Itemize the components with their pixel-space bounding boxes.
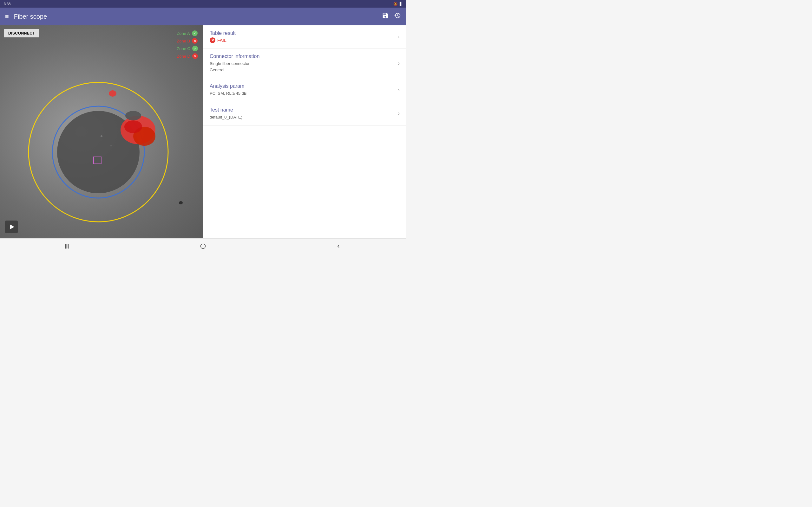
test-name-subtitle: default_0_(DATE) (210, 114, 398, 120)
fiber-visualization (0, 25, 203, 238)
analysis-param-content: Analysis param PC, SM, RL ≥ 45 dB (210, 83, 398, 97)
app-bar: ≡ Fiber scope (0, 8, 406, 25)
table-result-item[interactable]: Table result ✕ FAIL › (203, 25, 406, 49)
analysis-param-item[interactable]: Analysis param PC, SM, RL ≥ 45 dB › (203, 78, 406, 102)
test-name-content: Test name default_0_(DATE) (210, 107, 398, 120)
svg-point-4 (109, 90, 116, 97)
svg-rect-12 (65, 244, 66, 248)
table-result-chevron: › (398, 34, 400, 40)
fail-label: FAIL (217, 38, 226, 43)
test-name-chevron: › (398, 111, 400, 116)
zone-c-indicator: Zone C ✓ (177, 46, 198, 51)
svg-rect-14 (68, 244, 69, 248)
menu-icon[interactable]: ≡ (5, 13, 9, 20)
camera-view: DISCONNECT Zone A ✓ Zone B ✕ Zone C ✓ Zo… (0, 25, 203, 238)
app-bar-actions (382, 12, 401, 21)
play-button[interactable] (5, 221, 18, 233)
right-panel: Table result ✕ FAIL › Connector informat… (203, 25, 406, 238)
zone-b-fail-icon: ✕ (192, 38, 198, 44)
fail-badge: ✕ FAIL (210, 38, 398, 43)
svg-rect-13 (67, 244, 67, 248)
connector-info-subtitle2: General (210, 67, 398, 73)
notification-muted-icon: 🔕 (393, 2, 398, 6)
bottom-navigation (0, 238, 406, 253)
svg-point-9 (179, 201, 183, 205)
zone-c-label: Zone C (177, 46, 190, 51)
app-title: Fiber scope (14, 13, 382, 20)
fail-icon: ✕ (210, 38, 215, 43)
connector-info-chevron: › (398, 60, 400, 66)
svg-point-7 (124, 120, 142, 133)
table-result-content: Table result ✕ FAIL (210, 31, 398, 43)
table-result-title: Table result (210, 31, 398, 36)
disconnect-button[interactable]: DISCONNECT (4, 29, 39, 38)
status-bar: 3:38 🔕 ▋ (0, 0, 406, 8)
svg-point-15 (200, 244, 205, 248)
history-icon[interactable] (394, 12, 401, 21)
analysis-param-title: Analysis param (210, 83, 398, 89)
recents-nav-icon[interactable] (58, 240, 77, 252)
test-name-item[interactable]: Test name default_0_(DATE) › (203, 102, 406, 126)
zone-indicators: Zone A ✓ Zone B ✕ Zone C ✓ Zone D ✕ (177, 31, 198, 59)
zone-a-pass-icon: ✓ (192, 31, 198, 36)
analysis-param-chevron: › (398, 87, 400, 93)
analysis-param-subtitle: PC, SM, RL ≥ 45 dB (210, 90, 398, 97)
zone-b-indicator: Zone B ✕ (177, 38, 198, 44)
main-content: DISCONNECT Zone A ✓ Zone B ✕ Zone C ✓ Zo… (0, 25, 406, 238)
zone-d-indicator: Zone D ✕ (177, 53, 198, 59)
zone-d-label: Zone D (177, 54, 190, 59)
connector-info-content: Connector information Single fiber conne… (210, 54, 398, 73)
connector-info-title: Connector information (210, 54, 398, 59)
zone-a-label: Zone A (177, 31, 190, 36)
status-time: 3:38 (4, 2, 10, 6)
home-nav-icon[interactable] (194, 240, 212, 252)
svg-point-11 (110, 145, 112, 147)
status-icons: 🔕 ▋ (393, 2, 402, 6)
save-icon[interactable] (382, 12, 389, 21)
back-nav-icon[interactable] (329, 240, 348, 252)
battery-icon: ▋ (400, 2, 402, 6)
zone-d-fail-icon: ✕ (192, 53, 198, 59)
zone-a-indicator: Zone A ✓ (177, 31, 198, 36)
svg-point-8 (125, 111, 141, 120)
connector-info-item[interactable]: Connector information Single fiber conne… (203, 49, 406, 78)
test-name-title: Test name (210, 107, 398, 113)
svg-point-10 (101, 135, 102, 137)
connector-info-subtitle1: Single fiber connector (210, 60, 398, 67)
zone-b-label: Zone B (177, 39, 190, 43)
zone-c-pass-icon: ✓ (192, 46, 198, 51)
